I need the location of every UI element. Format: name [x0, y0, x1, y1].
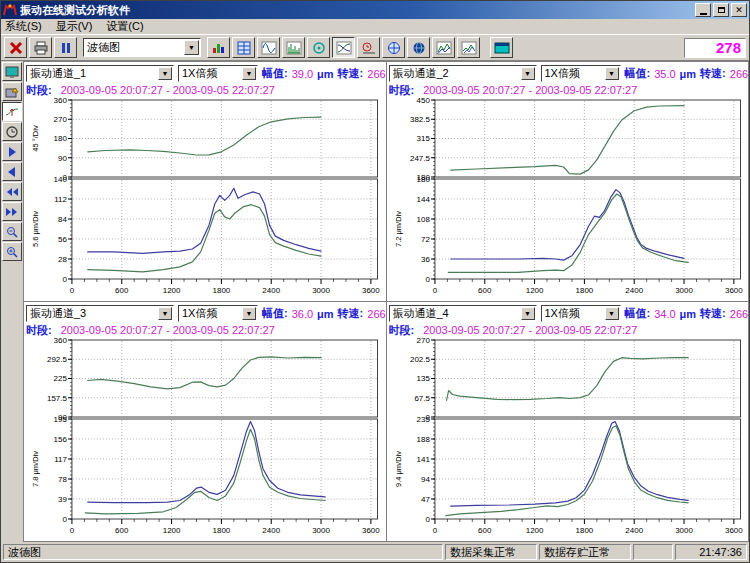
channel-select-1-value: 振动通道_1 [27, 66, 158, 81]
svg-text:270: 270 [54, 115, 68, 124]
svg-text:0: 0 [432, 286, 437, 295]
svg-text:3600: 3600 [724, 526, 742, 535]
filter-select-2[interactable]: 1X倍频▼ [541, 65, 621, 82]
bode-cursor-icon [5, 106, 19, 118]
svg-text:1200: 1200 [525, 526, 543, 535]
print-button[interactable] [29, 37, 52, 58]
chevron-down-icon[interactable]: ▼ [605, 67, 619, 80]
svg-text:140: 140 [54, 175, 68, 184]
filter-select-1[interactable]: 1X倍频▼ [178, 65, 258, 82]
filter-select-3[interactable]: 1X倍频▼ [178, 305, 258, 322]
bode-button[interactable] [332, 37, 355, 58]
status-blank [633, 544, 673, 560]
stop-button[interactable] [4, 37, 27, 58]
spectrum-button[interactable] [282, 37, 305, 58]
chevron-down-icon[interactable]: ▼ [242, 307, 256, 320]
svg-text:36: 36 [421, 255, 430, 264]
filter-select-3-value: 1X倍频 [179, 306, 242, 321]
bode-cursor-button[interactable] [2, 102, 22, 121]
clock-button[interactable] [2, 122, 22, 141]
time-value: 2003-09-05 20:07:27 - 2003-09-05 22:07:2… [423, 84, 637, 96]
pause-icon [58, 41, 74, 55]
bode-chart-3[interactable]: 90157.5225292.5360039781171561957.8 μm/D… [26, 337, 386, 541]
svg-text:0: 0 [62, 275, 67, 284]
channel-select-3-value: 振动通道_3 [27, 306, 158, 321]
bode-chart-4[interactable]: 067.5135202.5270047941411882359.4 μm/Div… [389, 337, 749, 541]
filter-select-1-value: 1X倍频 [179, 66, 242, 81]
svg-text:1200: 1200 [525, 286, 543, 295]
status-storage: 数据存贮正常 [539, 544, 631, 560]
svg-text:247.5: 247.5 [409, 154, 430, 163]
trend-button[interactable] [357, 37, 380, 58]
channel-select-1[interactable]: 振动通道_1▼ [26, 65, 174, 82]
svg-text:5.6 μm/Div: 5.6 μm/Div [31, 211, 40, 247]
filter-select-4[interactable]: 1X倍频▼ [541, 305, 621, 322]
polar-button[interactable] [382, 37, 405, 58]
bode-chart-1[interactable]: 09018027036045 °/Div02856841121405.6 μm/… [26, 97, 386, 301]
chevron-down-icon[interactable]: ▼ [158, 67, 172, 80]
chevron-down-icon[interactable]: ▼ [521, 67, 535, 80]
amp-label: 幅值: [625, 66, 651, 81]
chevron-down-icon[interactable]: ▼ [242, 67, 256, 80]
clock-icon [5, 126, 19, 138]
fast-rewind-button[interactable] [2, 182, 22, 201]
orbit-button[interactable] [307, 37, 330, 58]
spectrum-icon [286, 41, 302, 55]
print-icon [33, 41, 49, 55]
chevron-down-icon[interactable]: ▼ [605, 307, 619, 320]
cascade-button[interactable] [457, 37, 480, 58]
svg-text:7.2 μm/Div: 7.2 μm/Div [393, 211, 402, 247]
speed-value: 266 [730, 308, 748, 320]
title-bar: 振动在线测试分析软件 ✕ [1, 1, 749, 19]
panel-2-timespan: 时段: 2003-09-05 20:07:27 - 2003-09-05 22:… [389, 83, 749, 97]
panel-4-timespan: 时段: 2003-09-05 20:07:27 - 2003-09-05 22:… [389, 323, 749, 337]
channel-select-2-value: 振动通道_2 [390, 66, 521, 81]
svg-text:3000: 3000 [312, 526, 330, 535]
channel-select-3[interactable]: 振动通道_3▼ [26, 305, 174, 322]
svg-text:1200: 1200 [163, 526, 181, 535]
amp-label: 幅值: [262, 306, 288, 321]
export-button[interactable] [2, 82, 22, 101]
plot-type-select[interactable]: 波德图 ▼ [83, 38, 201, 57]
channel-select-2[interactable]: 振动通道_2▼ [389, 65, 537, 82]
chevron-down-icon[interactable]: ▼ [184, 40, 199, 55]
svg-text:7.8 μm/Div: 7.8 μm/Div [31, 451, 40, 487]
monitor-button[interactable] [2, 62, 22, 81]
menu-display[interactable]: 显示(V) [56, 19, 93, 34]
fast-forward-button[interactable] [2, 202, 22, 221]
bar-chart-button[interactable] [207, 37, 230, 58]
restore-button[interactable] [713, 3, 729, 17]
close-button[interactable]: ✕ [731, 3, 747, 17]
waterfall-button[interactable] [432, 37, 455, 58]
globe-button[interactable] [407, 37, 430, 58]
menu-system[interactable]: 系统(S) [5, 19, 42, 34]
minimize-button[interactable] [695, 3, 711, 17]
zoom-in-icon [5, 246, 19, 258]
zoom-in-button[interactable] [2, 242, 22, 261]
svg-text:47: 47 [421, 495, 430, 504]
pause-button[interactable] [54, 37, 77, 58]
menu-settings[interactable]: 设置(C) [106, 19, 143, 34]
zoom-out-button[interactable] [2, 222, 22, 241]
fast-rewind-icon [5, 186, 19, 198]
play-back-button[interactable] [2, 162, 22, 181]
new-window-button[interactable] [490, 37, 513, 58]
chevron-down-icon[interactable]: ▼ [158, 307, 172, 320]
svg-text:360: 360 [54, 97, 68, 105]
svg-text:315: 315 [416, 134, 430, 143]
svg-text:0: 0 [425, 275, 430, 284]
data-table-button[interactable] [232, 37, 255, 58]
app-window: 振动在线测试分析软件 ✕ 系统(S) 显示(V) 设置(C) 波德图 ▼ [0, 0, 750, 563]
svg-text:360: 360 [54, 337, 68, 345]
svg-text:1800: 1800 [575, 286, 593, 295]
plot-type-value: 波德图 [84, 40, 184, 55]
channel-select-4[interactable]: 振动通道_4▼ [389, 305, 537, 322]
chevron-down-icon[interactable]: ▼ [521, 307, 535, 320]
play-icon [5, 146, 19, 158]
minimize-icon [700, 13, 707, 15]
svg-text:94: 94 [421, 475, 430, 484]
waveform-button[interactable] [257, 37, 280, 58]
bode-chart-2[interactable]: 180247.5315382.5450036721081441807.2 μm/… [389, 97, 749, 301]
amp-unit: μm [317, 68, 334, 80]
play-forward-button[interactable] [2, 142, 22, 161]
